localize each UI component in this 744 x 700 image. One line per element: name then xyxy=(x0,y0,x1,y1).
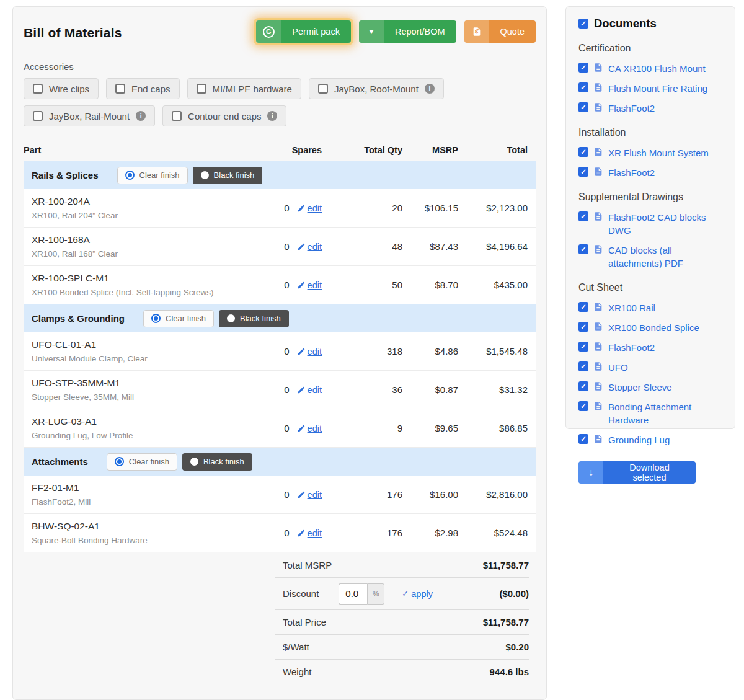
edit-spares-link[interactable]: edit xyxy=(297,385,322,395)
edit-spares-link[interactable]: edit xyxy=(297,242,322,252)
document-checkbox[interactable]: ✓ xyxy=(578,381,588,391)
msrp-value: $16.00 xyxy=(402,489,458,500)
edit-spares-link[interactable]: edit xyxy=(297,423,322,433)
document-link[interactable]: XR100 Rail xyxy=(608,301,655,314)
document-link[interactable]: FlashFoot2 xyxy=(608,166,655,179)
total-qty-value: 176 xyxy=(322,489,402,500)
total-value: $86.85 xyxy=(458,423,528,433)
accessory-label: MI/MLPE hardware xyxy=(213,84,292,94)
document-link[interactable]: Grounding Lug xyxy=(608,433,670,446)
msrp-value: $8.70 xyxy=(402,280,458,290)
black-finish-button[interactable]: Black finish xyxy=(182,453,252,471)
document-checkbox[interactable]: ✓ xyxy=(578,147,588,157)
document-link[interactable]: XR Flush Mount System xyxy=(608,146,709,159)
total-qty-value: 50 xyxy=(322,280,402,290)
black-finish-button[interactable]: Black finish xyxy=(219,310,289,327)
file-icon xyxy=(593,147,603,157)
summary: Total MSRP $11,758.77 Discount % ✓ apply… xyxy=(275,552,529,684)
document-checkbox[interactable]: ✓ xyxy=(578,82,588,92)
edit-spares-link[interactable]: edit xyxy=(297,203,322,213)
download-selected-button[interactable]: ↓ Download selected xyxy=(578,461,696,484)
document-item: ✓FlashFoot2 xyxy=(578,102,722,115)
document-item: ✓CA XR100 Flush Mount xyxy=(578,62,722,75)
msrp-value: $106.15 xyxy=(402,203,458,213)
info-icon[interactable]: i xyxy=(136,111,146,121)
accessory-checkbox-jaybox-roof-mount[interactable]: JayBox, Roof-Mounti xyxy=(309,78,444,99)
document-link[interactable]: CAD blocks (all attachments) PDF xyxy=(608,244,722,270)
document-checkbox[interactable]: ✓ xyxy=(578,342,588,352)
document-link[interactable]: CA XR100 Flush Mount xyxy=(608,62,706,75)
checkbox-unchecked xyxy=(172,111,182,121)
document-checkbox[interactable]: ✓ xyxy=(578,167,588,177)
document-link[interactable]: FlashFoot2 xyxy=(608,102,655,115)
part-number: BHW-SQ-02-A1 xyxy=(32,521,260,532)
quote-button[interactable]: $ Quote xyxy=(464,20,536,43)
dollar-per-watt-label: $/Watt xyxy=(283,642,309,652)
total-price-value: $11,758.77 xyxy=(483,617,529,627)
document-checkbox[interactable]: ✓ xyxy=(578,244,588,254)
radio-icon xyxy=(227,314,235,322)
document-checkbox[interactable]: ✓ xyxy=(578,211,588,221)
permit-pack-button[interactable]: G Permit pack xyxy=(256,20,351,43)
document-link[interactable]: Flush Mount Fire Rating xyxy=(608,82,707,95)
discount-input[interactable] xyxy=(339,583,367,605)
radio-icon xyxy=(201,171,209,179)
g-circle-icon: G xyxy=(256,20,281,43)
document-checkbox[interactable]: ✓ xyxy=(578,434,588,444)
document-checkbox[interactable]: ✓ xyxy=(578,401,588,411)
document-item: ✓XR100 Rail xyxy=(578,301,722,314)
msrp-value: $87.43 xyxy=(402,241,458,252)
document-checkbox[interactable]: ✓ xyxy=(578,102,588,112)
info-icon[interactable]: i xyxy=(267,111,277,121)
edit-spares-link[interactable]: edit xyxy=(297,280,322,290)
accessory-checkbox-jaybox-rail-mount[interactable]: JayBox, Rail-Mounti xyxy=(24,105,155,126)
spares-cell: 0edit xyxy=(260,528,322,538)
total-msrp-label: Total MSRP xyxy=(283,560,332,570)
clear-finish-button[interactable]: Clear finish xyxy=(143,310,214,327)
check-icon: ✓ xyxy=(402,589,409,598)
document-link[interactable]: Bonding Attachment Hardware xyxy=(608,401,722,427)
part-cell: BHW-SQ-02-A1Square-Bolt Bonding Hardware xyxy=(24,521,260,545)
msrp-value: $4.86 xyxy=(402,346,458,357)
report-bom-button[interactable]: ▼ Report/BOM xyxy=(359,20,456,43)
finish-label: Clear finish xyxy=(166,314,206,323)
document-link[interactable]: FlashFoot2 CAD blocks DWG xyxy=(608,211,722,237)
table-row: FF2-01-M1FlashFoot2, Mill0edit176$16.00$… xyxy=(24,476,536,514)
dollar-per-watt-row: $/Watt $0.20 xyxy=(275,634,529,659)
document-checkbox[interactable]: ✓ xyxy=(578,361,588,371)
clear-finish-button[interactable]: Clear finish xyxy=(107,453,177,471)
document-link[interactable]: UFO xyxy=(608,361,628,374)
accessory-checkbox-contour-end-caps[interactable]: Contour end capsi xyxy=(162,105,286,126)
accessory-checkbox-end-caps[interactable]: End caps xyxy=(106,78,180,99)
document-item: ✓Flush Mount Fire Rating xyxy=(578,82,722,95)
part-number: UFO-STP-35MM-M1 xyxy=(32,378,260,389)
edit-spares-link[interactable]: edit xyxy=(297,347,322,357)
document-item: ✓FlashFoot2 xyxy=(578,166,722,179)
document-checkbox[interactable]: ✓ xyxy=(578,302,588,312)
apply-discount-link[interactable]: ✓ apply xyxy=(402,589,433,599)
part-number: XR-100-SPLC-M1 xyxy=(32,273,260,284)
document-checkbox[interactable]: ✓ xyxy=(578,63,588,73)
black-finish-button[interactable]: Black finish xyxy=(193,167,263,184)
total-qty-value: 20 xyxy=(322,203,402,213)
document-link[interactable]: XR100 Bonded Splice xyxy=(608,321,699,334)
spares-value: 0 xyxy=(284,528,289,538)
document-checkbox[interactable]: ✓ xyxy=(578,322,588,332)
clear-finish-button[interactable]: Clear finish xyxy=(117,167,188,184)
document-link[interactable]: Stopper Sleeve xyxy=(608,381,672,394)
part-description: Universal Module Clamp, Clear xyxy=(32,354,260,363)
accessory-checkbox-mi-mlpe-hardware[interactable]: MI/MLPE hardware xyxy=(187,78,301,99)
document-link[interactable]: FlashFoot2 xyxy=(608,341,655,354)
column-part: Part xyxy=(24,145,260,155)
info-icon[interactable]: i xyxy=(425,84,435,94)
edit-spares-link[interactable]: edit xyxy=(297,528,322,538)
spares-cell: 0edit xyxy=(260,203,322,213)
document-item: ✓UFO xyxy=(578,361,722,374)
edit-spares-link[interactable]: edit xyxy=(297,490,322,500)
part-number: XR-LUG-03-A1 xyxy=(32,416,260,427)
accessory-checkbox-wire-clips[interactable]: Wire clips xyxy=(24,78,99,99)
spares-value: 0 xyxy=(284,280,289,290)
documents-checkbox[interactable]: ✓ xyxy=(578,19,588,29)
part-cell: XR-100-168AXR100, Rail 168" Clear xyxy=(24,234,260,259)
total-price-row: Total Price $11,758.77 xyxy=(275,609,529,634)
